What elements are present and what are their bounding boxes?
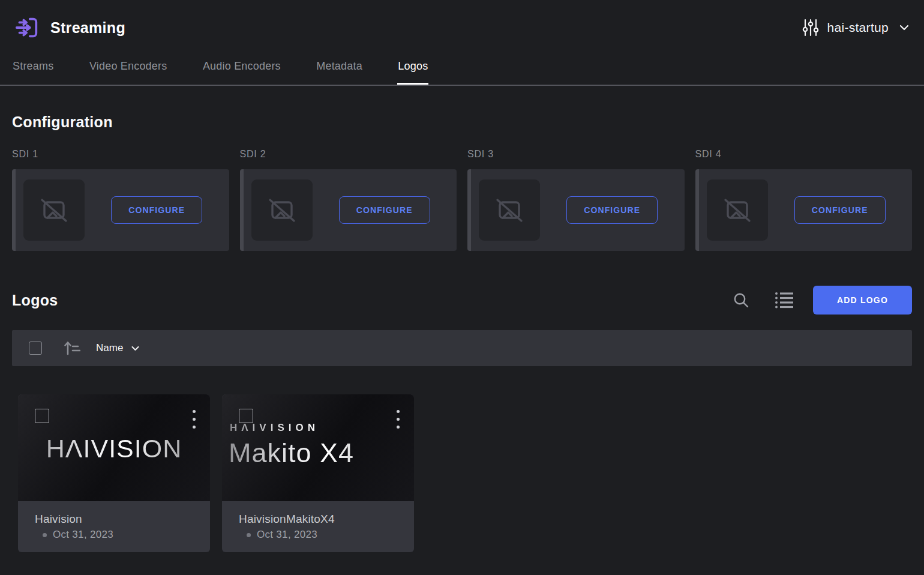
logo-list-toolbar: Name: [12, 330, 912, 366]
sdi-3-card: CONFIGURE: [467, 169, 685, 251]
sdi-slot-3: SDI 3 CONFIGURE: [467, 149, 685, 251]
logo-card-footer: Haivision Oct 31, 2023: [18, 501, 210, 552]
logo-checkbox[interactable]: [35, 409, 49, 423]
select-all-checkbox[interactable]: [29, 342, 42, 355]
logo-card-haivision-makito-x4[interactable]: HΛIVISION Makito X4 HaivisionMakitoX4 Oc…: [222, 394, 414, 552]
sdi-2-label: SDI 2: [240, 149, 457, 160]
sdi-3-configure-button[interactable]: CONFIGURE: [566, 196, 658, 224]
sdi-1-configure-button[interactable]: CONFIGURE: [111, 196, 202, 224]
app-header: Streaming hai-startup: [0, 0, 924, 53]
sdi-1-card: CONFIGURE: [12, 169, 229, 251]
tab-audio-encoders[interactable]: Audio Encoders: [202, 54, 281, 85]
tab-video-encoders[interactable]: Video Encoders: [89, 54, 168, 85]
image-off-icon: [265, 193, 299, 227]
logo-preview: HΛIVISION: [18, 394, 210, 501]
logo-name: HaivisionMakitoX4: [239, 513, 404, 526]
sdi-4-thumbnail: [707, 179, 768, 241]
logo-card-haivision[interactable]: HΛIVISION Haivision Oct 31, 2023: [18, 394, 210, 552]
sort-field-label[interactable]: Name: [96, 342, 123, 354]
tab-bar: Streams Video Encoders Audio Encoders Me…: [0, 54, 924, 86]
kebab-menu-icon[interactable]: [393, 409, 403, 430]
tab-logos[interactable]: Logos: [397, 54, 428, 85]
date-bullet: [247, 533, 251, 537]
image-off-icon: [492, 193, 527, 227]
sdi-2-thumbnail: [251, 179, 313, 241]
sdi-slot-4: SDI 4 CONFIGURE: [695, 149, 913, 251]
sdi-3-label: SDI 3: [467, 149, 685, 160]
device-selector[interactable]: hai-startup: [802, 19, 910, 37]
date-bullet: [43, 533, 47, 537]
device-name: hai-startup: [827, 20, 889, 35]
sdi-2-configure-button[interactable]: CONFIGURE: [339, 196, 430, 224]
tab-metadata[interactable]: Metadata: [316, 54, 363, 85]
tab-streams[interactable]: Streams: [12, 54, 54, 85]
logos-header: Logos ADD LOGO: [12, 286, 912, 315]
image-off-icon: [37, 193, 71, 227]
sdi-slot-1: SDI 1 CONFIGURE: [12, 149, 229, 251]
chevron-down-icon: [899, 22, 910, 33]
logos-title: Logos: [12, 292, 58, 309]
logo-cards-row: HΛIVISION Haivision Oct 31, 2023 HΛIVISI…: [18, 394, 912, 552]
sdi-4-configure-button[interactable]: CONFIGURE: [794, 196, 886, 224]
logo-date: Oct 31, 2023: [257, 529, 317, 541]
add-logo-button[interactable]: ADD LOGO: [813, 286, 912, 315]
search-icon[interactable]: [733, 292, 749, 309]
makito-x4-wordmark: Makito X4: [222, 438, 414, 469]
page-title: Streaming: [50, 19, 125, 37]
haivision-wordmark-small: HΛIVISION: [222, 422, 414, 434]
logo-preview: HΛIVISION Makito X4: [222, 394, 414, 501]
sdi-1-label: SDI 1: [12, 149, 229, 160]
sdi-1-thumbnail: [23, 179, 85, 241]
streaming-arrows-icon: [14, 15, 40, 40]
sdi-slot-2: SDI 2 CONFIGURE: [240, 149, 457, 251]
configuration-title: Configuration: [12, 113, 912, 131]
list-view-icon[interactable]: [775, 291, 794, 309]
sdi-2-card: CONFIGURE: [240, 169, 457, 251]
sdi-4-label: SDI 4: [695, 149, 913, 160]
logo-name: Haivision: [35, 513, 200, 526]
sliders-icon: [802, 19, 819, 37]
sdi-3-thumbnail: [479, 179, 540, 241]
sdi-4-card: CONFIGURE: [695, 169, 913, 251]
kebab-menu-icon[interactable]: [189, 409, 199, 430]
image-off-icon: [720, 193, 755, 227]
logo-checkbox[interactable]: [239, 409, 253, 423]
chevron-down-icon[interactable]: [131, 344, 140, 353]
sort-ascending-icon[interactable]: [64, 340, 80, 356]
sdi-grid: SDI 1 CONFIGURE SDI 2: [12, 149, 912, 251]
logo-card-footer: HaivisionMakitoX4 Oct 31, 2023: [222, 501, 414, 552]
haivision-wordmark: HΛIVISION: [18, 434, 210, 463]
logo-date: Oct 31, 2023: [53, 529, 113, 541]
